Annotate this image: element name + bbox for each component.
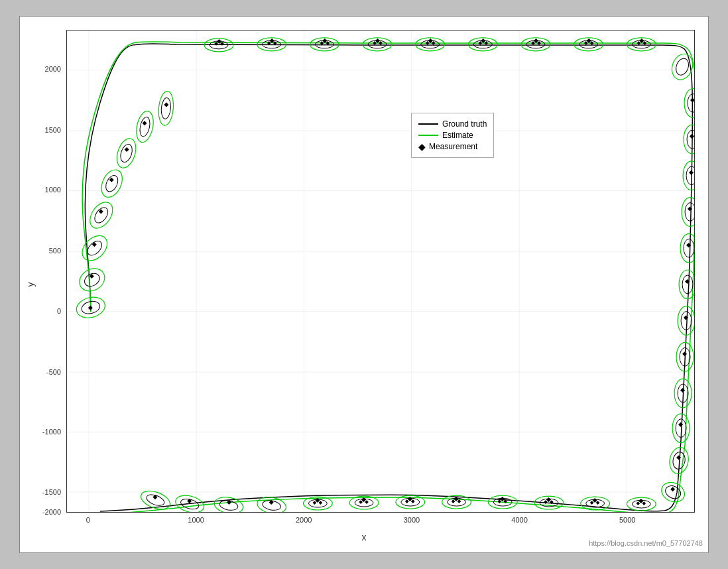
- svg-point-26: [134, 109, 156, 144]
- ytick-1000: 1000: [45, 186, 61, 194]
- svg-rect-145: [373, 41, 377, 45]
- svg-rect-160: [596, 501, 600, 505]
- ytick-neg1500: -1500: [42, 488, 61, 496]
- y-axis-ticks: 2000 1500 1000 500 0 -500 -1000 -1500 -2…: [20, 30, 66, 513]
- svg-point-28: [157, 91, 174, 126]
- xtick-5000: 5000: [619, 516, 635, 524]
- svg-point-61: [682, 275, 693, 294]
- svg-rect-143: [320, 41, 324, 45]
- svg-rect-151: [531, 41, 535, 45]
- ytick-neg2000: -2000: [42, 508, 61, 516]
- svg-rect-165: [452, 499, 455, 503]
- ytick-1500: 1500: [45, 126, 61, 134]
- svg-rect-111: [481, 38, 485, 43]
- svg-rect-154: [590, 41, 594, 45]
- svg-point-18: [78, 231, 112, 265]
- svg-point-59: [684, 239, 694, 257]
- legend-box: Ground truth Estimate ◆ Measurement: [411, 113, 494, 158]
- svg-rect-130: [500, 497, 505, 501]
- svg-rect-113: [587, 38, 591, 43]
- svg-point-29: [160, 97, 172, 119]
- svg-rect-129: [546, 497, 551, 502]
- svg-point-60: [679, 270, 694, 299]
- svg-rect-131: [454, 497, 458, 501]
- svg-point-49: [674, 56, 691, 76]
- ytick-0: 0: [57, 307, 61, 315]
- svg-rect-159: [590, 501, 594, 505]
- ytick-500: 500: [49, 247, 61, 255]
- svg-point-23: [103, 174, 120, 194]
- legend-label-estimate: Estimate: [442, 131, 473, 140]
- svg-rect-127: [638, 499, 643, 503]
- watermark: https://blog.csdn.net/m0_57702748: [589, 539, 703, 547]
- svg-rect-170: [365, 500, 369, 504]
- svg-rect-110: [428, 38, 433, 43]
- svg-rect-167: [405, 499, 409, 503]
- svg-rect-106: [217, 39, 221, 44]
- svg-rect-156: [642, 41, 646, 45]
- svg-rect-123: [680, 388, 685, 393]
- svg-rect-147: [426, 41, 430, 45]
- svg-rect-99: [90, 274, 94, 279]
- svg-rect-117: [689, 170, 694, 175]
- xtick-2000: 2000: [296, 516, 312, 524]
- svg-rect-108: [322, 38, 327, 43]
- svg-rect-150: [485, 41, 489, 45]
- xtick-0: 0: [86, 516, 90, 524]
- svg-point-25: [119, 143, 135, 163]
- svg-rect-115: [690, 97, 694, 102]
- svg-point-57: [685, 203, 694, 221]
- plot-area: [66, 30, 695, 513]
- plot-container: x y: [19, 16, 709, 553]
- legend-estimate: Estimate: [418, 131, 487, 140]
- ytick-neg500: -500: [46, 368, 61, 376]
- svg-point-20: [86, 198, 117, 233]
- svg-point-51: [688, 94, 694, 112]
- svg-point-53: [687, 130, 694, 149]
- svg-rect-109: [375, 38, 380, 43]
- legend-label-ground-truth: Ground truth: [442, 119, 487, 129]
- svg-rect-161: [544, 500, 548, 504]
- svg-rect-112: [534, 38, 538, 43]
- svg-rect-116: [690, 134, 694, 139]
- svg-rect-155: [637, 41, 641, 45]
- svg-rect-153: [584, 41, 588, 45]
- legend-measurement: ◆ Measurement: [418, 142, 487, 151]
- svg-rect-171: [313, 501, 317, 505]
- svg-rect-149: [479, 41, 483, 45]
- svg-rect-172: [319, 501, 323, 505]
- legend-dot-measurement: ◆: [418, 143, 425, 150]
- svg-rect-144: [326, 41, 330, 45]
- legend-line-estimate: [418, 135, 438, 136]
- svg-rect-122: [682, 351, 687, 356]
- svg-rect-126: [670, 487, 675, 491]
- xtick-3000: 3000: [404, 516, 420, 524]
- svg-rect-105: [164, 102, 168, 107]
- svg-point-17: [82, 271, 102, 288]
- legend-line-ground-truth: [418, 123, 438, 125]
- svg-rect-158: [642, 501, 646, 505]
- xtick-1000: 1000: [188, 516, 204, 524]
- svg-point-56: [682, 198, 694, 227]
- svg-rect-102: [109, 178, 114, 182]
- svg-rect-146: [379, 41, 383, 45]
- svg-point-22: [97, 166, 127, 200]
- svg-rect-114: [639, 38, 644, 43]
- legend-ground-truth: Ground truth: [418, 119, 487, 129]
- svg-rect-157: [637, 501, 640, 505]
- svg-point-54: [683, 161, 694, 190]
- svg-rect-163: [497, 499, 501, 503]
- svg-rect-148: [432, 41, 436, 45]
- svg-point-27: [139, 116, 152, 137]
- svg-rect-152: [537, 41, 541, 45]
- svg-rect-134: [315, 498, 320, 503]
- svg-rect-104: [142, 121, 147, 125]
- svg-rect-133: [361, 497, 366, 502]
- svg-rect-166: [457, 499, 461, 503]
- xtick-4000: 4000: [511, 516, 527, 524]
- svg-rect-103: [125, 147, 129, 152]
- svg-point-58: [680, 233, 694, 263]
- svg-point-55: [686, 166, 694, 185]
- svg-point-24: [113, 136, 139, 170]
- svg-point-16: [76, 264, 109, 295]
